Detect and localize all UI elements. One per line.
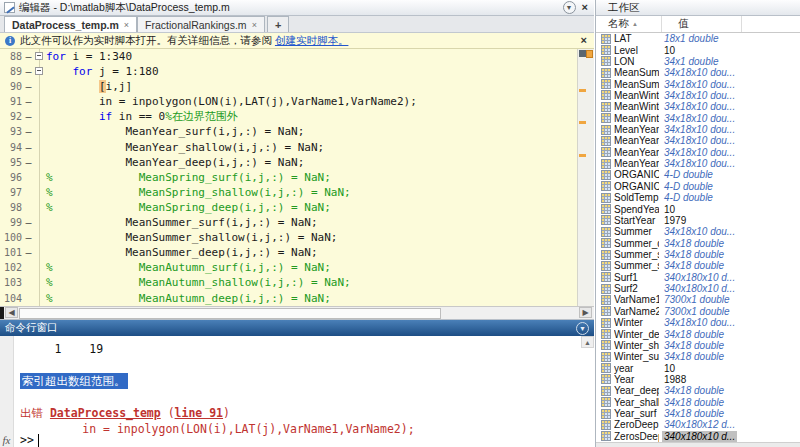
variable-value[interactable]: 34x18x10 dou... <box>662 317 737 328</box>
workspace-row-soldtemp[interactable]: SoldTemp4-D double <box>596 192 800 203</box>
breakpoint-margin[interactable] <box>24 200 33 215</box>
workspace-row-summersh[interactable]: Summer_sh...34x18 double <box>596 249 800 260</box>
fold-margin[interactable] <box>33 94 46 109</box>
workspace-row-meanwinter[interactable]: MeanWinter...34x18x10 dou... <box>596 90 800 101</box>
variable-value[interactable]: 34x18 double <box>662 249 726 260</box>
variable-value[interactable]: 34x1 double <box>662 56 721 67</box>
workspace-row-startyear[interactable]: StartYear1979 <box>596 215 800 226</box>
variable-value[interactable]: 34x18 double <box>662 329 726 340</box>
code-line[interactable]: 88–for i = 1:340 <box>0 49 594 64</box>
variable-value[interactable]: 4-D double <box>662 169 715 180</box>
warning-marker[interactable] <box>579 121 586 124</box>
editor-horizontal-scrollbar[interactable]: ◀ ▶ <box>0 306 594 320</box>
workspace-row-wintersurf[interactable]: Winter_surf34x18 double <box>596 351 800 362</box>
warning-marker[interactable] <box>579 89 586 92</box>
variable-value[interactable]: 34x18 double <box>662 408 726 419</box>
fold-margin[interactable] <box>33 49 46 64</box>
fold-margin[interactable] <box>33 200 46 215</box>
breakpoint-margin[interactable] <box>24 185 33 200</box>
variable-value[interactable]: 18x1 double <box>662 33 721 44</box>
fold-collapse-icon[interactable] <box>35 67 43 75</box>
variable-value[interactable]: 34x18 double <box>662 397 726 408</box>
workspace-row-meanwinter[interactable]: MeanWinter...34x18x10 dou... <box>596 101 800 112</box>
variable-value[interactable]: 34x18x10 dou... <box>662 113 737 124</box>
workspace-row-level[interactable]: Level10 <box>596 44 800 55</box>
code-editor[interactable]: 88–for i = 1:34089– for j = 1:18090– [i,… <box>0 49 594 306</box>
breakpoint-margin[interactable] <box>24 170 33 185</box>
variable-value[interactable]: 1988 <box>662 374 688 385</box>
code-line[interactable]: 100– MeanSummer_shallow(i,j,:) = NaN; <box>0 230 594 245</box>
command-prompt-row[interactable]: fx >> <box>0 433 594 447</box>
variable-value[interactable]: 34x18x10 dou... <box>662 158 737 169</box>
error-file-link[interactable]: DataProcess_temp <box>50 406 161 420</box>
breakpoint-margin[interactable] <box>24 275 33 290</box>
variable-value[interactable]: 4-D double <box>662 181 715 192</box>
workspace-row-varname2[interactable]: VarName27300x1 double <box>596 306 800 317</box>
variable-value[interactable]: 1979 <box>662 215 688 226</box>
line-number[interactable]: 94 <box>0 140 24 155</box>
fold-margin[interactable] <box>33 170 46 185</box>
breakpoint-margin[interactable]: – <box>24 94 33 109</box>
code-line[interactable]: 102% MeanAutumn_surf(i,j,:) = NaN; <box>0 260 594 275</box>
warning-summary-icon[interactable] <box>586 50 593 58</box>
workspace-row-year[interactable]: Year1988 <box>596 374 800 385</box>
variable-value[interactable]: 34x18x10 dou... <box>662 67 737 78</box>
column-header-value[interactable]: 值 <box>662 16 742 32</box>
workspace-row-lon[interactable]: LON34x1 double <box>596 56 800 67</box>
breakpoint-margin[interactable]: – <box>24 230 33 245</box>
editor-menu-button[interactable]: ▼ <box>563 1 576 14</box>
variable-value[interactable]: 34x18 double <box>662 340 726 351</box>
variable-value[interactable]: 340x180x10 d... <box>662 283 737 294</box>
variable-value[interactable]: 34x18 double <box>662 351 726 362</box>
workspace-row-lat[interactable]: LAT18x1 double <box>596 33 800 44</box>
line-number[interactable]: 95 <box>0 155 24 170</box>
scroll-right-icon[interactable]: ▶ <box>579 307 592 318</box>
code-line[interactable]: 104% MeanAutumn_deep(i,j,:) = NaN; <box>0 291 594 306</box>
breakpoint-margin[interactable]: – <box>24 124 33 139</box>
fold-margin[interactable] <box>33 79 46 94</box>
line-number[interactable]: 103 <box>0 275 24 290</box>
variable-value[interactable]: 10 <box>662 45 677 56</box>
variable-value[interactable]: 34x18x10 dou... <box>662 124 737 135</box>
workspace-row-yearshallow[interactable]: Year_shallow34x18 double <box>596 397 800 408</box>
code-line[interactable]: 89– for j = 1:180 <box>0 64 594 79</box>
workspace-row-meanyears[interactable]: MeanYear_s...34x18x10 dou... <box>596 147 800 158</box>
tab-close-icon[interactable]: × <box>124 20 129 30</box>
column-header-name[interactable]: 名称 ▲ <box>596 16 662 32</box>
code-line[interactable]: 94– MeanYear_shallow(i,j,:) = NaN; <box>0 140 594 155</box>
code-line[interactable]: 97% MeanSpring_shallow(i,j,:) = NaN; <box>0 185 594 200</box>
fx-icon[interactable]: fx <box>0 434 13 446</box>
editor-close-button[interactable]: × <box>580 2 590 13</box>
tab-close-icon[interactable]: × <box>252 20 257 30</box>
breakpoint-margin[interactable]: – <box>24 155 33 170</box>
variable-value[interactable]: 4-D double <box>662 192 715 203</box>
workspace-row-organic[interactable]: ORGANIC4-D double <box>596 169 800 180</box>
split-handle[interactable] <box>0 307 4 319</box>
variable-value[interactable]: 34x18 double <box>662 238 726 249</box>
code-line[interactable]: 95– MeanYear_deep(i,j,:) = NaN; <box>0 155 594 170</box>
create-live-script-link[interactable]: 创建实时脚本。 <box>275 34 349 46</box>
line-number[interactable]: 88 <box>0 49 24 64</box>
tab-fractionalrankings[interactable]: FractionalRankings.m × <box>137 16 265 32</box>
fold-margin[interactable] <box>33 291 46 306</box>
breakpoint-margin[interactable]: – <box>24 215 33 230</box>
variable-value[interactable]: 10 <box>662 204 677 215</box>
workspace-row-summerde[interactable]: Summer_de...34x18 double <box>596 237 800 248</box>
editor-vertical-scrollbar[interactable] <box>577 49 594 306</box>
scrollbar-thumb[interactable] <box>19 308 441 319</box>
line-number[interactable]: 90 <box>0 79 24 94</box>
fold-margin[interactable] <box>33 140 46 155</box>
variable-value[interactable]: 340x180x12 d... <box>662 419 737 430</box>
fold-collapse-icon[interactable] <box>35 52 43 60</box>
line-number[interactable]: 99 <box>0 215 24 230</box>
line-number[interactable]: 100 <box>0 230 24 245</box>
fold-margin[interactable] <box>33 124 46 139</box>
breakpoint-margin[interactable]: – <box>24 64 33 79</box>
line-number[interactable]: 92 <box>0 109 24 124</box>
code-line[interactable]: 91– in = inpolygon(LON(i),LAT(j),VarName… <box>0 94 594 109</box>
warning-marker[interactable] <box>579 154 586 157</box>
variable-value[interactable]: 34x18x10 dou... <box>662 147 737 158</box>
code-line[interactable]: 96% MeanSpring_surf(i,j,:) = NaN; <box>0 170 594 185</box>
workspace-row-surf1[interactable]: Surf1340x180x10 d... <box>596 272 800 283</box>
workspace-row-wintershall[interactable]: Winter_shall...34x18 double <box>596 340 800 351</box>
